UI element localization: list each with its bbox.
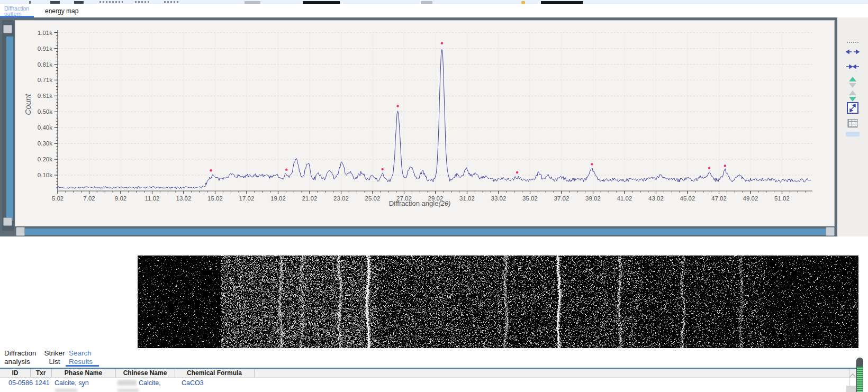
move-up-icon[interactable] — [849, 77, 856, 88]
svg-text:0.40k: 0.40k — [38, 124, 52, 131]
svg-text:0.81k: 0.81k — [38, 61, 52, 68]
svg-text:1.01k: 1.01k — [38, 30, 52, 36]
peak-marker — [382, 168, 384, 170]
x-range-slider[interactable] — [7, 227, 835, 236]
top-tab-bar: Diffraction pattern energy map — [0, 4, 868, 17]
toolbar-fragment — [74, 1, 84, 4]
peak-marker — [285, 169, 287, 171]
svg-text:0.91k: 0.91k — [38, 45, 52, 52]
move-down-icon[interactable] — [849, 90, 856, 102]
fullscreen-icon[interactable] — [847, 102, 858, 114]
chart-panel: 0.10k0.20k0.30k0.40k0.50k0.61k0.71k0.81k… — [0, 17, 837, 236]
column-header-id[interactable]: ID — [0, 369, 30, 377]
column-header-txr[interactable]: Txr — [30, 369, 51, 377]
tab-striker-list[interactable]: Striker List — [42, 349, 67, 366]
partial-panel-icon — [846, 132, 860, 136]
top-toolbar-cropped — [0, 0, 868, 4]
y-range-slider-bar[interactable] — [6, 37, 13, 221]
green-scrollbar[interactable] — [856, 358, 863, 392]
table-header-row: ID Txr Phase Name Chinese Name Chemical … — [0, 369, 858, 378]
cell-phase-name: Calcite, syn — [55, 379, 89, 387]
table-row[interactable]: 05-0586 1241 Calcite, syn Calcite, CaCO3 — [0, 378, 858, 388]
cell-txr: 1241 — [35, 379, 50, 387]
cell-chinese-name: Calcite, — [139, 379, 161, 387]
tab-diffraction-analysis[interactable]: Diffraction analysis — [4, 349, 42, 366]
collapse-horizontal-icon[interactable] — [846, 63, 860, 70]
diffraction-trace — [58, 50, 811, 189]
toolbar-fragment — [100, 1, 123, 3]
toolbar-fragment — [29, 1, 31, 4]
svg-text:0.20k: 0.20k — [38, 156, 52, 162]
tab-search-results[interactable]: Search Results — [69, 349, 102, 366]
svg-text:0.30k: 0.30k — [38, 140, 52, 147]
column-header-phase-name[interactable]: Phase Name — [51, 369, 115, 377]
peak-marker — [591, 163, 593, 165]
peak-marker — [210, 169, 212, 171]
svg-text:0.71k: 0.71k — [38, 77, 52, 83]
cell-chemical-formula: CaCO3 — [182, 379, 204, 387]
data-grid-icon[interactable] — [848, 119, 858, 127]
plot-area[interactable]: 0.10k0.20k0.30k0.40k0.50k0.61k0.71k0.81k… — [15, 20, 835, 226]
svg-text:0.50k: 0.50k — [38, 108, 52, 115]
toolbar-fragment — [164, 1, 180, 3]
expand-horizontal-icon[interactable] — [846, 48, 860, 56]
cell-id: 05-0586 — [8, 379, 33, 387]
peak-marker — [396, 105, 399, 107]
drag-handle-icon[interactable] — [847, 42, 858, 43]
x-axis-title-suffix: (2θ) — [438, 199, 450, 207]
y-range-slider-handle-top[interactable] — [3, 25, 12, 33]
svg-text:0.10k: 0.10k — [38, 172, 52, 178]
toolbar-fragment — [135, 1, 151, 3]
x-range-slider-handle-left[interactable] — [16, 227, 25, 236]
diffraction-pattern-chart: 0.10k0.20k0.30k0.40k0.50k0.61k0.71k0.81k… — [15, 21, 834, 226]
x-range-slider-handle-right[interactable] — [826, 227, 835, 236]
peak-marker — [724, 165, 726, 167]
obscured-text — [117, 380, 137, 386]
tab-diffraction-pattern[interactable]: Diffraction pattern — [4, 6, 41, 16]
x-range-slider-bar[interactable] — [25, 229, 833, 235]
x-axis-title: Diffraction angle(2θ) — [15, 199, 824, 207]
y-range-slider[interactable] — [2, 20, 14, 231]
peak-marker — [516, 171, 518, 174]
lower-section: Diffraction analysis Striker List Search… — [0, 236, 868, 392]
right-toolbar — [837, 17, 868, 236]
peak-marker — [441, 42, 443, 44]
scrollbar-corner — [846, 386, 856, 392]
tab-energy-map[interactable]: energy map — [45, 7, 78, 15]
peak-marker — [708, 167, 710, 169]
detector-image — [138, 256, 858, 348]
x-axis-title-text: Diffraction angle — [389, 199, 439, 207]
green-scrollbar-thumb — [857, 367, 863, 392]
svg-text:0.61k: 0.61k — [38, 93, 52, 99]
green-scrollbar-cap — [857, 358, 863, 367]
results-table: ID Txr Phase Name Chinese Name Chemical … — [0, 368, 868, 392]
column-header-chinese-name[interactable]: Chinese Name — [115, 369, 175, 377]
column-header-chemical-formula[interactable]: Chemical Formula — [175, 369, 254, 377]
table-row-partial[interactable] — [0, 389, 858, 392]
active-tab-underline — [66, 365, 99, 367]
y-axis-title: Count — [23, 81, 32, 129]
y-range-slider-handle-bottom[interactable] — [3, 217, 12, 226]
toolbar-fragment — [50, 1, 60, 4]
